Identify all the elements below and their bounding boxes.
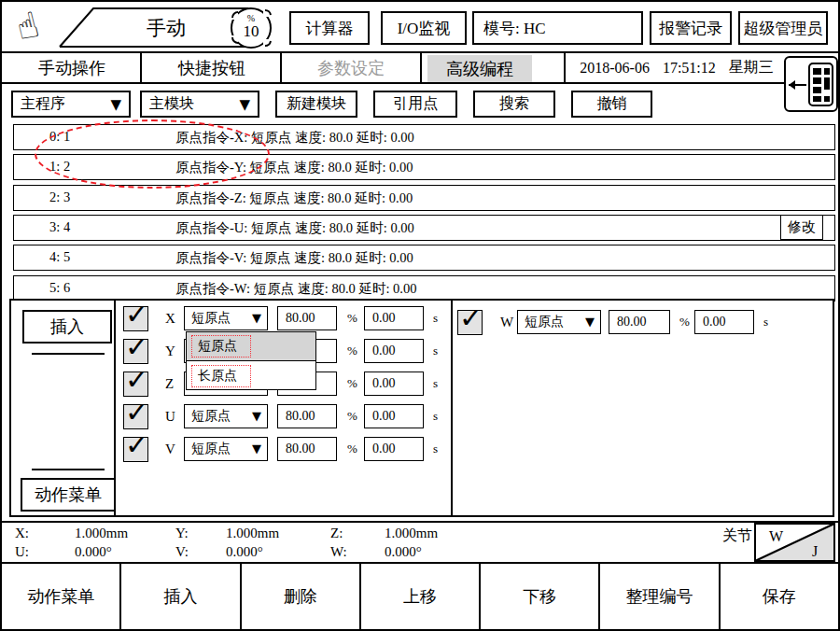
dropdown-option-short-origin[interactable]: 短原点 [187, 332, 315, 361]
delay-input-y[interactable]: 0.00 [364, 339, 424, 363]
speed-value: 10 [244, 22, 259, 40]
admin-level-button[interactable]: 超级管理员 [738, 11, 828, 45]
chevron-down-icon: ▼ [252, 442, 261, 456]
origin-mode-select-v[interactable]: 短原点 ▼ [184, 437, 268, 461]
row-index: 4: 5 [49, 249, 94, 265]
program-row[interactable]: 3: 4 原点指令-U: 短原点 速度: 80.0 延时: 0.00 修改 [13, 215, 835, 241]
row-index: 3: 4 [49, 219, 94, 235]
checkmark-icon: ✓ [459, 301, 483, 334]
seconds-unit: s [433, 344, 438, 358]
percent-unit: % [347, 344, 357, 358]
coord-value: 0.000° [75, 544, 112, 560]
program-select[interactable]: 主程序 ▼ [11, 91, 131, 118]
row-index: 0: 1 [49, 129, 94, 145]
chevron-down-icon: ▼ [252, 409, 261, 423]
reference-point-button[interactable]: 引用点 [373, 91, 457, 118]
origin-mode-select-u[interactable]: 短原点 ▼ [184, 404, 268, 428]
module-select[interactable]: 主模块 ▼ [140, 91, 259, 118]
modify-button[interactable]: 修改 [780, 215, 823, 240]
tab-quick-buttons[interactable]: 快捷按钮 [142, 53, 282, 82]
datetime-display: 2018-06-06 17:51:12 星期三 [573, 53, 780, 82]
renumber-button[interactable]: 整理编号 [600, 564, 720, 629]
origin-mode-value: 短原点 [191, 441, 231, 457]
coord-label: W: [330, 544, 347, 560]
io-monitor-button[interactable]: I/O监视 [381, 11, 467, 45]
axis-v-checkbox[interactable]: ✓ [123, 437, 148, 462]
checkmark-icon: ✓ [125, 428, 148, 461]
dropdown-option-label: 短原点 [191, 335, 251, 358]
axis-row-w: ✓ W 短原点 ▼ 80.00 % 0.00 s [11, 310, 836, 335]
joint-mode-label: 关节 [722, 526, 752, 546]
calculator-button[interactable]: 计算器 [289, 11, 370, 45]
axis-w-checkbox[interactable]: ✓ [457, 310, 483, 335]
row-instruction: 原点指令-V: 短原点 速度: 80.0 延时: 0.00 [175, 249, 413, 267]
undo-button[interactable]: 撤销 [571, 91, 652, 118]
delay-input-w[interactable]: 0.00 [694, 310, 754, 334]
dropdown-option-long-origin[interactable]: 长原点 [187, 361, 315, 390]
program-row[interactable]: 4: 5 原点指令-V: 短原点 速度: 80.0 延时: 0.00 [13, 245, 835, 271]
mode-label: 手动 [147, 17, 186, 39]
delay-input-v[interactable]: 0.00 [364, 437, 424, 461]
chevron-down-icon: ▼ [110, 96, 121, 113]
coord-label: Y: [175, 526, 189, 541]
tab-bar: 手动操作 快捷按钮 参数设定 高级编程 2018-06-06 17:51:12 … [2, 53, 838, 84]
row-instruction: 原点指令-Z: 短原点 速度: 80.0 延时: 0.00 [175, 189, 413, 207]
chevron-down-icon: ▼ [239, 96, 250, 113]
row-instruction: 原点指令-X: 短原点 速度: 80.0 延时: 0.00 [175, 129, 414, 147]
new-module-button[interactable]: 新建模块 [275, 91, 357, 118]
pendant-shortcut-button[interactable] [784, 56, 838, 112]
coord-value: 0.000° [385, 544, 422, 560]
coord-label: V: [175, 544, 189, 560]
chevron-down-icon: ▼ [585, 315, 595, 329]
weekday-label: 星期三 [729, 58, 774, 77]
seconds-unit: s [433, 442, 438, 456]
pendant-keypad-icon [786, 58, 836, 110]
tab-manual-operation[interactable]: 手动操作 [2, 53, 142, 82]
axis-label: U [165, 409, 175, 425]
coord-value: 1.000mm [75, 526, 128, 541]
origin-mode-value: 短原点 [525, 314, 564, 330]
seconds-unit: s [433, 376, 438, 391]
axis-z-checkbox[interactable]: ✓ [123, 372, 148, 397]
speed-input-u[interactable]: 80.00 [277, 404, 337, 428]
move-up-button[interactable]: 上移 [361, 564, 481, 629]
delete-button[interactable]: 删除 [242, 564, 361, 629]
coord-mode-toggle[interactable]: W J [754, 523, 835, 562]
robot-teach-pendant-screen: ☝ 手动 % 10 计算器 I/O监视 模号: HC 报警记录 超级管理员 手动… [0, 0, 840, 631]
delay-input-u[interactable]: 0.00 [364, 404, 424, 428]
save-button[interactable]: 保存 [721, 564, 838, 629]
move-down-button[interactable]: 下移 [481, 564, 600, 629]
search-button[interactable]: 搜索 [473, 91, 555, 118]
axis-label: V [165, 442, 175, 457]
tab-parameter-setting[interactable]: 参数设定 [282, 53, 420, 82]
origin-mode-value: 短原点 [191, 408, 231, 425]
insert-button[interactable]: 插入 [121, 564, 241, 629]
speed-input-v[interactable]: 80.00 [277, 437, 337, 461]
percent-unit: % [347, 409, 357, 424]
speed-input-w[interactable]: 80.00 [609, 310, 670, 334]
action-menu-button[interactable]: 动作菜单 [2, 564, 121, 629]
time-label: 17:51:12 [663, 60, 716, 77]
axis-y-checkbox[interactable]: ✓ [123, 339, 148, 364]
origin-mode-select-w[interactable]: 短原点 ▼ [517, 310, 601, 334]
delay-input-z[interactable]: 0.00 [364, 372, 424, 396]
program-row[interactable]: 1: 2 原点指令-Y: 短原点 速度: 80.0 延时: 0.00 [13, 154, 835, 180]
coord-label: X: [15, 526, 29, 541]
model-number-field[interactable]: 模号: HC [472, 11, 643, 45]
coord-value: 1.000mm [226, 526, 279, 541]
row-instruction: 原点指令-U: 短原点 速度: 80.0 延时: 0.00 [175, 219, 414, 237]
program-row[interactable]: 0: 1 原点指令-X: 短原点 速度: 80.0 延时: 0.00 [13, 124, 835, 150]
axis-row-z: ✓ Z 短原点 ▼ 80.00 % 0.00 s [11, 372, 836, 397]
coord-mode-bottom-label: J [812, 543, 818, 559]
tab-advanced-programming[interactable]: 高级编程 [427, 55, 532, 82]
action-menu-button[interactable]: 动作菜单 [21, 478, 116, 512]
coord-label: Z: [330, 526, 343, 541]
alarm-log-button[interactable]: 报警记录 [650, 11, 732, 45]
axis-label: Z [165, 376, 174, 392]
axis-row-v: ✓ V 短原点 ▼ 80.00 % 0.00 s [11, 437, 836, 462]
bottom-action-bar: 动作菜单 插入 删除 上移 下移 整理编号 保存 [2, 564, 838, 629]
program-row[interactable]: 2: 3 原点指令-Z: 短原点 速度: 80.0 延时: 0.00 [13, 185, 835, 211]
percent-unit: % [679, 315, 690, 330]
divider-line [32, 469, 105, 470]
axis-u-checkbox[interactable]: ✓ [123, 404, 148, 429]
